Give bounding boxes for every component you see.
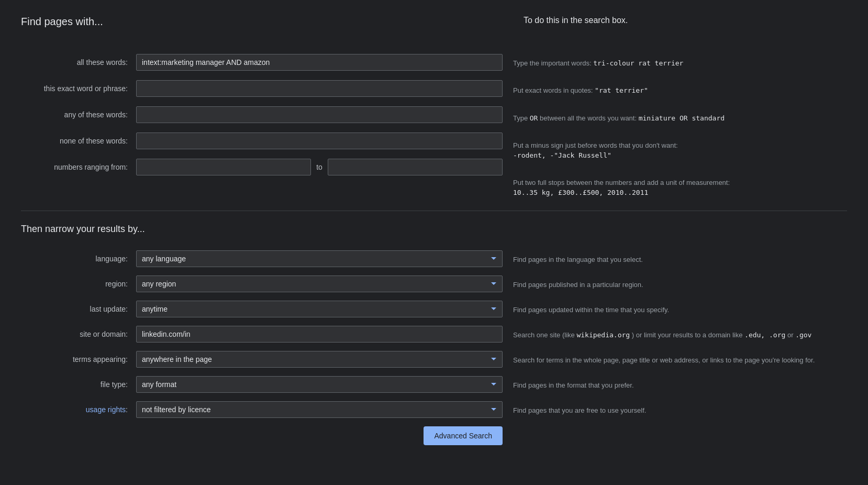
last-update-select-wrap: anytime past 24 hours past week past mon… bbox=[136, 301, 503, 317]
none-words-input-wrap bbox=[136, 133, 503, 149]
narrow-title: Then narrow your results by... bbox=[21, 224, 503, 235]
section-divider bbox=[21, 211, 847, 211]
region-select[interactable]: any region United Kingdom United States … bbox=[136, 275, 503, 292]
number-to-input[interactable] bbox=[328, 159, 503, 175]
numbers-label: numbers ranging from: bbox=[21, 159, 136, 171]
usage-rights-select[interactable]: not filtered by licence free to use or s… bbox=[136, 401, 503, 418]
all-words-row: all these words: bbox=[21, 54, 503, 71]
last-update-row: last update: anytime past 24 hours past … bbox=[21, 301, 847, 317]
none-words-label: none of these words: bbox=[21, 133, 136, 145]
terms-appearing-row: terms appearing: anywhere in the page in… bbox=[21, 351, 847, 368]
site-domain-row: site or domain: Search one site (like wi… bbox=[21, 326, 847, 343]
site-domain-label: site or domain: bbox=[21, 326, 136, 338]
any-words-input[interactable] bbox=[136, 106, 503, 123]
usage-rights-select-wrap: not filtered by licence free to use or s… bbox=[136, 401, 503, 418]
file-type-hint: Find pages in the format that you prefer… bbox=[513, 376, 847, 391]
region-label: region: bbox=[21, 275, 136, 288]
hint-2: Put exact words in quotes: "rat terrier" bbox=[513, 82, 847, 96]
usage-rights-label: usage rights: bbox=[21, 401, 136, 414]
hint-1: Type the important words: tri-colour rat… bbox=[513, 54, 847, 69]
file-type-row: file type: any format Adobe Acrobat PDF … bbox=[21, 376, 847, 393]
hint-3: Type OR between all the words you want: … bbox=[513, 110, 847, 124]
last-update-hint: Find pages updated within the time that … bbox=[513, 301, 847, 315]
none-words-row: none of these words: bbox=[21, 133, 503, 149]
button-row: Advanced Search bbox=[21, 426, 847, 445]
language-select-wrap: any language English French German Spani… bbox=[136, 250, 503, 267]
number-from-input[interactable] bbox=[136, 159, 311, 175]
button-container: Advanced Search bbox=[21, 426, 503, 445]
exact-phrase-input[interactable] bbox=[136, 80, 503, 97]
none-words-input[interactable] bbox=[136, 133, 503, 149]
any-words-row: any of these words: bbox=[21, 106, 503, 123]
advanced-search-button[interactable]: Advanced Search bbox=[424, 426, 503, 445]
all-words-input[interactable] bbox=[136, 54, 503, 71]
usage-rights-hint: Find pages that you are free to use your… bbox=[513, 401, 847, 416]
any-words-label: any of these words: bbox=[21, 106, 136, 119]
file-type-select[interactable]: any format Adobe Acrobat PDF (.pdf) Micr… bbox=[136, 376, 503, 393]
file-type-label: file type: bbox=[21, 376, 136, 389]
right-header: To do this in the search box. bbox=[513, 14, 628, 25]
region-row: region: any region United Kingdom United… bbox=[21, 275, 847, 292]
terms-appearing-select-wrap: anywhere in the page in the title of the… bbox=[136, 351, 503, 368]
region-select-wrap: any region United Kingdom United States … bbox=[136, 275, 503, 292]
hint-5: Put two full stops between the numbers a… bbox=[513, 174, 847, 198]
usage-rights-link[interactable]: usage rights bbox=[86, 405, 126, 414]
language-row: language: any language English French Ge… bbox=[21, 250, 847, 267]
find-section: all these words: this exact word or phra… bbox=[21, 54, 847, 198]
page-title: Find pages with... bbox=[21, 16, 503, 28]
all-words-label: all these words: bbox=[21, 54, 136, 67]
language-label: language: bbox=[21, 250, 136, 263]
to-label: to bbox=[316, 163, 322, 171]
region-hint: Find pages published in a particular reg… bbox=[513, 275, 847, 290]
exact-phrase-input-wrap bbox=[136, 80, 503, 97]
find-fields: all these words: this exact word or phra… bbox=[21, 54, 503, 198]
numbers-input-wrap: to bbox=[136, 159, 503, 175]
numbers-row: numbers ranging from: to bbox=[21, 159, 503, 175]
terms-appearing-label: terms appearing: bbox=[21, 351, 136, 363]
file-type-select-wrap: any format Adobe Acrobat PDF (.pdf) Micr… bbox=[136, 376, 503, 393]
terms-appearing-select[interactable]: anywhere in the page in the title of the… bbox=[136, 351, 503, 368]
site-domain-input[interactable] bbox=[136, 326, 503, 343]
exact-phrase-label: this exact word or phrase: bbox=[21, 80, 136, 93]
all-words-input-wrap bbox=[136, 54, 503, 71]
number-range: to bbox=[136, 159, 503, 175]
any-words-input-wrap bbox=[136, 106, 503, 123]
language-select[interactable]: any language English French German Spani… bbox=[136, 250, 503, 267]
hint-4: Put a minus sign just before words that … bbox=[513, 137, 847, 161]
language-hint: Find pages in the language that you sele… bbox=[513, 250, 847, 265]
exact-phrase-row: this exact word or phrase: bbox=[21, 80, 503, 97]
narrow-header-row: Then narrow your results by... bbox=[21, 224, 847, 245]
hints-col: Type the important words: tri-colour rat… bbox=[503, 54, 847, 198]
site-domain-hint: Search one site (like wikipedia.org ) or… bbox=[513, 326, 847, 340]
last-update-label: last update: bbox=[21, 301, 136, 313]
page-container: Find pages with... To do this in the sea… bbox=[0, 0, 868, 461]
terms-appearing-hint: Search for terms in the whole page, page… bbox=[513, 351, 847, 366]
site-domain-input-wrap bbox=[136, 326, 503, 343]
usage-rights-row: usage rights: not filtered by licence fr… bbox=[21, 401, 847, 418]
last-update-select[interactable]: anytime past 24 hours past week past mon… bbox=[136, 301, 503, 317]
